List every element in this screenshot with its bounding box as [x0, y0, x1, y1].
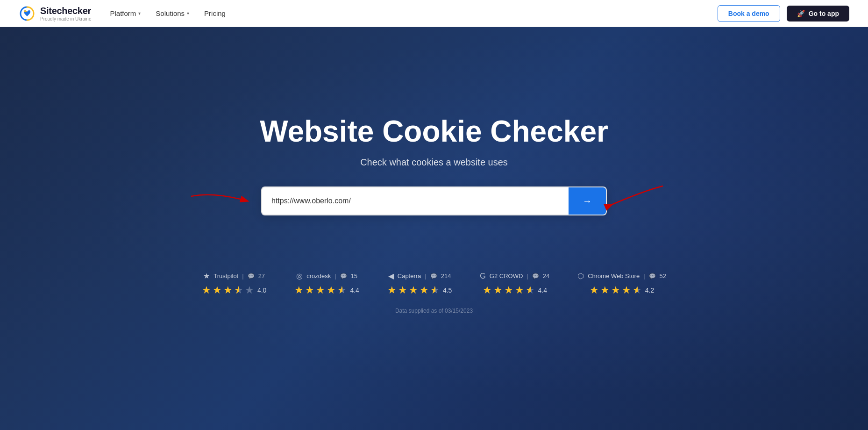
platform-name: G2 CROWD	[490, 272, 523, 280]
right-red-arrow	[602, 181, 668, 219]
arrow-right-icon: →	[583, 196, 592, 207]
platform-icon: G	[480, 272, 485, 280]
logo-sub: Proudly made in Ukraine	[40, 16, 92, 22]
star-half-icon: ★ ★	[633, 284, 642, 296]
star-full-icon: ★	[622, 284, 631, 296]
left-red-arrow	[186, 187, 256, 215]
rating-count: 214	[441, 272, 451, 280]
rating-header: ◀ Capterra | 💬 214	[388, 272, 451, 280]
hero-content: Website Cookie Checker Check what cookie…	[177, 115, 691, 215]
logo[interactable]: Sitechecker Proudly made in Ukraine	[19, 5, 92, 22]
star-full-icon: ★	[504, 284, 513, 296]
navbar-right: Book a demo 🚀 Go to app	[718, 5, 849, 22]
divider: |	[242, 272, 243, 280]
rocket-icon: 🚀	[797, 10, 805, 17]
nav-solutions[interactable]: Solutions ▾	[156, 9, 189, 17]
navbar-left: Sitechecker Proudly made in Ukraine Plat…	[19, 5, 226, 22]
star-empty-icon: ★	[245, 284, 254, 296]
star-full-icon: ★	[223, 284, 233, 296]
platform-icon: ◎	[296, 272, 303, 280]
rating-number: 4.4	[350, 287, 359, 294]
rating-item: ◎ crozdesk | 💬 15 ★★★★ ★ ★ 4.4	[294, 272, 359, 296]
rating-item: ◀ Capterra | 💬 214 ★★★★ ★ ★ 4.5	[387, 272, 452, 296]
hero-section: Website Cookie Checker Check what cookie…	[0, 0, 868, 430]
comment-icon: 💬	[649, 273, 656, 280]
rating-number: 4.2	[645, 287, 654, 294]
book-demo-button[interactable]: Book a demo	[718, 5, 780, 22]
rating-header: G G2 CROWD | 💬 24	[480, 272, 549, 280]
rating-count: 27	[258, 272, 265, 280]
rating-header: ◎ crozdesk | 💬 15	[296, 272, 357, 280]
divider: |	[425, 272, 426, 280]
hero-title: Website Cookie Checker	[260, 115, 608, 148]
search-container: →	[261, 186, 607, 215]
rating-item: ⬡ Chrome Web Store | 💬 52 ★★★★ ★ ★ 4.2	[577, 272, 666, 296]
star-full-icon: ★	[327, 284, 336, 296]
left-arrow-indicator	[186, 187, 256, 215]
nav-links: Platform ▾ Solutions ▾ Pricing	[110, 9, 226, 17]
logo-icon	[19, 5, 36, 22]
logo-name: Sitechecker	[40, 6, 92, 16]
url-search-input[interactable]	[262, 187, 569, 215]
logo-text: Sitechecker Proudly made in Ukraine	[40, 6, 92, 22]
rating-stars: ★★★ ★ ★ ★ 4.0	[202, 284, 266, 296]
star-half-icon: ★ ★	[526, 284, 535, 296]
platform-name: Capterra	[398, 272, 421, 280]
navbar: Sitechecker Proudly made in Ukraine Plat…	[0, 0, 868, 27]
rating-count: 52	[660, 272, 666, 280]
star-full-icon: ★	[493, 284, 503, 296]
right-arrow-indicator	[602, 181, 668, 221]
goto-app-button[interactable]: 🚀 Go to app	[787, 6, 849, 22]
divider: |	[334, 272, 336, 280]
star-full-icon: ★	[316, 284, 325, 296]
platform-icon: ◀	[388, 272, 394, 280]
nav-pricing[interactable]: Pricing	[204, 9, 226, 17]
star-full-icon: ★	[294, 284, 304, 296]
ratings-section: ★ Trustpilot | 💬 27 ★★★ ★ ★ ★ 4.0 ◎ croz…	[202, 272, 666, 296]
star-full-icon: ★	[611, 284, 620, 296]
rating-stars: ★★★★ ★ ★ 4.5	[387, 284, 452, 296]
comment-icon: 💬	[430, 273, 437, 280]
rating-item: ★ Trustpilot | 💬 27 ★★★ ★ ★ ★ 4.0	[202, 272, 266, 296]
star-full-icon: ★	[409, 284, 418, 296]
rating-number: 4.0	[257, 287, 266, 294]
platform-icon: ★	[203, 272, 210, 280]
rating-stars: ★★★★ ★ ★ 4.4	[294, 284, 359, 296]
chevron-icon: ▾	[138, 11, 141, 16]
rating-count: 15	[351, 272, 357, 280]
star-half-icon: ★ ★	[234, 284, 243, 296]
search-submit-button[interactable]: →	[569, 187, 606, 215]
rating-item: G G2 CROWD | 💬 24 ★★★★ ★ ★ 4.4	[480, 272, 549, 296]
rating-number: 4.4	[538, 287, 547, 294]
data-note: Data supplied as of 03/15/2023	[395, 308, 473, 314]
star-half-icon: ★ ★	[430, 284, 440, 296]
platform-name: Chrome Web Store	[588, 272, 640, 280]
star-full-icon: ★	[305, 284, 314, 296]
comment-icon: 💬	[340, 273, 347, 280]
divider: |	[526, 272, 528, 280]
star-full-icon: ★	[387, 284, 397, 296]
star-full-icon: ★	[420, 284, 429, 296]
rating-stars: ★★★★ ★ ★ 4.4	[483, 284, 547, 296]
platform-icon: ⬡	[577, 272, 584, 280]
star-full-icon: ★	[483, 284, 492, 296]
star-half-icon: ★ ★	[337, 284, 347, 296]
nav-platform[interactable]: Platform ▾	[110, 9, 141, 17]
star-full-icon: ★	[600, 284, 610, 296]
rating-number: 4.5	[443, 287, 452, 294]
star-full-icon: ★	[515, 284, 524, 296]
rating-stars: ★★★★ ★ ★ 4.2	[590, 284, 654, 296]
platform-name: crozdesk	[306, 272, 331, 280]
comment-icon: 💬	[532, 273, 539, 280]
star-full-icon: ★	[398, 284, 407, 296]
rating-count: 24	[543, 272, 549, 280]
comment-icon: 💬	[248, 273, 255, 280]
star-full-icon: ★	[213, 284, 222, 296]
divider: |	[643, 272, 645, 280]
hero-subtitle: Check what cookies a website uses	[360, 157, 508, 168]
rating-header: ★ Trustpilot | 💬 27	[203, 272, 265, 280]
search-box: →	[261, 186, 607, 215]
chevron-icon: ▾	[187, 11, 189, 16]
star-full-icon: ★	[590, 284, 599, 296]
platform-name: Trustpilot	[213, 272, 238, 280]
